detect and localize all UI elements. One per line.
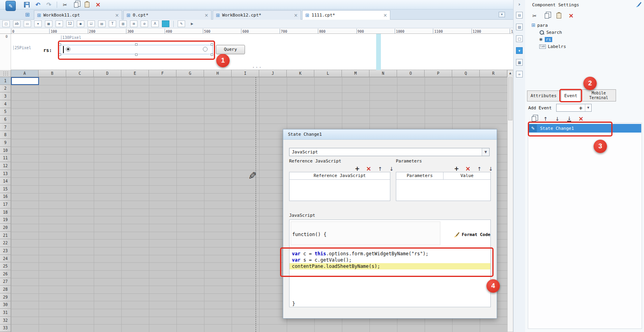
new-report-icon[interactable]: ⊞ [25, 12, 30, 17]
column-header-P[interactable]: P [425, 70, 452, 77]
row-header-24[interactable]: 24 [0, 255, 11, 263]
script-language-select[interactable]: JavaScript ▼ [289, 148, 490, 156]
delete-icon[interactable]: × [365, 165, 373, 173]
redo-icon[interactable]: ↷ [45, 1, 53, 9]
delete-icon[interactable]: × [567, 12, 575, 20]
column-header-G[interactable]: G [176, 70, 204, 77]
row-header-32[interactable]: 32 [0, 317, 11, 325]
table-widget-icon[interactable]: ▦ [45, 20, 52, 27]
row-header-14[interactable]: 14 [0, 177, 11, 185]
move-up-icon[interactable]: ↑ [475, 165, 483, 173]
paste-icon[interactable] [555, 12, 563, 20]
paste-icon[interactable] [83, 1, 91, 9]
selection-handle[interactable] [135, 53, 137, 56]
tree-widget-icon[interactable]: ≡ [56, 20, 63, 27]
selection-handle[interactable] [59, 53, 61, 56]
column-header-I[interactable]: I [232, 70, 259, 77]
column-header-O[interactable]: O [397, 70, 425, 77]
scrollbar-thumb[interactable] [508, 77, 512, 120]
grid-corner-selector[interactable] [0, 70, 11, 77]
dialog-title[interactable]: State Change1 [283, 129, 497, 140]
parameter-pane-canvas[interactable]: 0 130Pixel 25Pixel rs: Query ... [0, 34, 513, 70]
document-tab[interactable]: ⊞0.cpt*× [123, 10, 212, 20]
cell-attributes-icon[interactable]: ▤ [516, 24, 523, 30]
column-header-A[interactable]: A [11, 70, 39, 77]
row-header-23[interactable]: 23 [0, 247, 11, 255]
hyperlink-icon[interactable]: ∞ [516, 71, 523, 77]
tab-mobile-terminal[interactable]: Mobile Terminal [581, 89, 616, 101]
tree-node-para[interactable]: ⊞ para [531, 22, 548, 28]
row-header-16[interactable]: 16 [0, 193, 11, 201]
row-header-4[interactable]: 4 [0, 100, 11, 108]
text-area-icon[interactable]: ▭ [24, 20, 31, 27]
parameter-pane-icon[interactable]: ⊟ [516, 12, 523, 18]
add-icon[interactable]: + [353, 165, 361, 173]
reference-js-table[interactable]: Reference JavaScript [289, 172, 390, 201]
row-header-11[interactable]: 11 [0, 154, 11, 162]
query-button[interactable]: Query [216, 45, 245, 54]
close-tab-icon[interactable]: × [204, 13, 208, 18]
row-header-21[interactable]: 21 [0, 232, 11, 240]
date-widget-icon[interactable]: ▤ [98, 20, 106, 27]
move-down-icon[interactable]: ↓ [388, 165, 395, 173]
move-up-icon[interactable]: ↑ [376, 165, 384, 173]
code-line[interactable]: var c = this.options.form.getWidgetByNam… [290, 251, 490, 257]
row-header-25[interactable]: 25 [0, 262, 11, 270]
row-header-6[interactable]: 6 [0, 116, 11, 124]
current-widget-icon[interactable] [162, 20, 169, 27]
checkbox-group-icon[interactable]: ☑ [87, 20, 95, 27]
row-header-20[interactable]: 20 [0, 224, 11, 232]
row-header-30[interactable]: 30 [0, 301, 11, 309]
more-icon[interactable]: ▶ [188, 20, 196, 27]
move-bottom-icon[interactable]: ↓ [565, 115, 573, 123]
column-header-F[interactable]: F [149, 70, 176, 77]
tab-list-icon[interactable]: ▾ [499, 12, 505, 17]
collapse-arrow-icon[interactable]: › [518, 2, 520, 7]
tree-node-labelrs[interactable]: lab Labelrs [539, 43, 566, 50]
row-header-12[interactable]: 12 [0, 162, 11, 170]
column-header-C[interactable]: C [66, 70, 94, 77]
tree-node-search[interactable]: Search [539, 29, 562, 35]
copy-icon[interactable] [530, 115, 538, 123]
row-header-18[interactable]: 18 [0, 208, 11, 216]
radio-group-widget[interactable] [60, 45, 213, 54]
undo-icon[interactable]: ↶ [34, 1, 42, 9]
column-header-N[interactable]: N [369, 70, 397, 77]
save-icon[interactable] [23, 1, 31, 9]
button-icon[interactable]: □ [2, 20, 10, 27]
component-blank-icon[interactable]: □ [516, 35, 523, 42]
row-header-13[interactable]: 13 [0, 170, 11, 178]
component-layout-icon[interactable]: ▦ [516, 59, 523, 66]
pane-resize-handle[interactable]: ... [252, 64, 262, 69]
grid-widget-icon[interactable]: ⊞ [130, 20, 137, 27]
designer-logo-icon[interactable]: ✎ [6, 1, 16, 11]
grid-vertical-scrollbar[interactable]: ▲ [507, 70, 513, 332]
row-header-3[interactable]: 3 [0, 92, 11, 100]
close-tab-icon[interactable]: × [115, 13, 119, 18]
selection-handle[interactable] [59, 43, 61, 46]
textarea-widget-icon[interactable]: T [109, 20, 116, 27]
column-header-D[interactable]: D [94, 70, 121, 77]
row-header-28[interactable]: 28 [0, 286, 11, 293]
row-header-31[interactable]: 31 [0, 309, 11, 317]
code-lines[interactable]: var c = this.options.form.getWidgetByNam… [290, 251, 490, 269]
row-header-22[interactable]: 22 [0, 239, 11, 247]
combobox-icon[interactable]: ▾ [34, 20, 42, 27]
radio-selected-icon[interactable] [66, 47, 71, 52]
document-tab[interactable]: ⊞1111.cpt*× [302, 10, 390, 20]
row-header-19[interactable]: 19 [0, 216, 11, 224]
column-header-E[interactable]: E [121, 70, 149, 77]
row-header-27[interactable]: 27 [0, 278, 11, 286]
none-widget-icon[interactable]: ⊘ [141, 20, 148, 27]
copy-icon[interactable] [72, 1, 80, 9]
widget-library-icon[interactable]: ▾ [516, 47, 523, 54]
column-header-H[interactable]: H [204, 70, 232, 77]
move-down-icon[interactable]: ↓ [553, 115, 561, 123]
row-header-10[interactable]: 10 [0, 147, 11, 155]
move-down-icon[interactable]: ↓ [487, 165, 495, 173]
column-header-L[interactable]: L [314, 70, 342, 77]
row-header-33[interactable]: 33 [0, 325, 11, 332]
column-header-R[interactable]: R [480, 70, 507, 77]
row-header-8[interactable]: 8 [0, 131, 11, 139]
column-header-M[interactable]: M [342, 70, 369, 77]
